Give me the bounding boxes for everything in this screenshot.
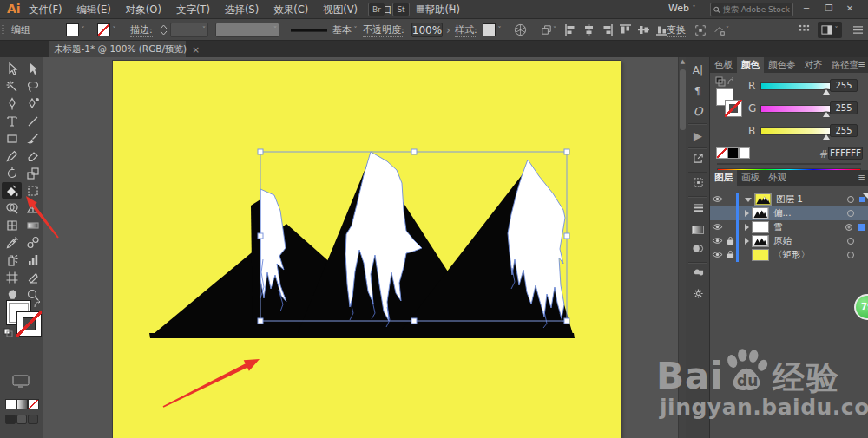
export-panel-icon[interactable] bbox=[686, 151, 710, 170]
layer-name[interactable]: 图层 1 bbox=[776, 193, 847, 206]
layer-row-offset[interactable]: 偏... bbox=[710, 206, 868, 220]
channel-b-slider[interactable] bbox=[760, 127, 833, 135]
channel-r-value[interactable]: 255 bbox=[830, 79, 858, 92]
pencil-tool[interactable] bbox=[2, 147, 22, 164]
pen-tool[interactable] bbox=[2, 95, 22, 112]
swap-colors-icon[interactable] bbox=[715, 76, 734, 87]
layer-name[interactable]: 原始 bbox=[773, 235, 847, 247]
black-swatch[interactable] bbox=[727, 147, 739, 159]
layer-thumbnail[interactable] bbox=[752, 235, 769, 247]
tab-align[interactable]: 对齐 bbox=[800, 57, 827, 73]
layers-panel-menu-icon[interactable]: ≡ bbox=[858, 172, 865, 182]
document-close-icon[interactable]: × bbox=[192, 44, 200, 55]
align-center-icon[interactable] bbox=[582, 23, 595, 36]
paint-none-button[interactable] bbox=[28, 399, 39, 409]
shape-options-icon[interactable]: ˅ bbox=[540, 19, 556, 41]
symbol-sprayer-tool[interactable] bbox=[2, 252, 22, 268]
expand-icon[interactable] bbox=[745, 224, 749, 231]
bridge-button[interactable]: Br bbox=[368, 3, 385, 16]
opentype-panel-icon[interactable]: O bbox=[686, 102, 710, 121]
lock-icon[interactable] bbox=[724, 250, 736, 261]
target-circle-icon[interactable] bbox=[847, 238, 854, 245]
actions-panel-icon[interactable]: ▶ bbox=[686, 127, 710, 146]
symbols-panel-icon[interactable] bbox=[686, 265, 710, 284]
selection-tool[interactable] bbox=[2, 61, 22, 77]
expand-icon[interactable] bbox=[745, 198, 752, 202]
stroke-color-swatch[interactable] bbox=[16, 311, 42, 337]
tab-layers[interactable]: 图层 bbox=[710, 170, 737, 186]
stroke-weight-stepper[interactable] bbox=[160, 19, 168, 41]
lock-icon[interactable] bbox=[724, 236, 736, 247]
graphic-styles-panel-icon[interactable] bbox=[686, 286, 710, 305]
transparency-panel-icon[interactable] bbox=[686, 241, 710, 260]
channel-b-value[interactable]: 255 bbox=[830, 124, 858, 137]
artboard-tool[interactable] bbox=[2, 269, 22, 285]
tab-appearance[interactable]: 外观 bbox=[764, 170, 791, 186]
draw-normal-mode-button[interactable] bbox=[5, 415, 16, 424]
style-label[interactable]: 样式: bbox=[455, 23, 477, 37]
panel-stroke-swatch[interactable] bbox=[725, 100, 742, 117]
isolate-selected-icon[interactable] bbox=[694, 19, 707, 41]
blend-tool[interactable] bbox=[23, 234, 43, 251]
none-swatch[interactable] bbox=[716, 147, 727, 159]
touch-workspace-icon[interactable] bbox=[799, 19, 810, 41]
draw-behind-mode-button[interactable] bbox=[16, 415, 27, 424]
stock-button[interactable]: St bbox=[392, 3, 410, 16]
app-logo[interactable]: Ai bbox=[7, 2, 21, 16]
slice-tool[interactable] bbox=[23, 269, 43, 285]
arrange-documents-icon[interactable]: ▦˅ bbox=[416, 3, 428, 14]
align-right-icon[interactable] bbox=[601, 23, 614, 36]
transform-panel-icon[interactable] bbox=[686, 175, 710, 194]
character-panel-icon[interactable]: A| bbox=[686, 61, 710, 80]
expand-icon[interactable] bbox=[745, 210, 749, 217]
magic-wand-tool[interactable] bbox=[2, 78, 22, 95]
live-paint-bucket-tool[interactable] bbox=[2, 182, 22, 199]
rotate-tool[interactable] bbox=[2, 165, 22, 181]
minimize-button[interactable]: ─ bbox=[797, 2, 816, 16]
stroke-panel-icon[interactable] bbox=[686, 199, 710, 219]
gpu-performance-icon[interactable]: 🖈 bbox=[446, 3, 456, 14]
screen-mode-button[interactable] bbox=[12, 375, 30, 390]
menu-file[interactable]: 文件(F) bbox=[29, 3, 62, 16]
stroke-weight-select[interactable]: ˅ bbox=[170, 23, 208, 37]
align-top-icon[interactable] bbox=[619, 23, 632, 36]
curvature-tool[interactable] bbox=[23, 95, 43, 112]
layer-row-rectangle[interactable]: 〈矩形〉 bbox=[710, 248, 868, 262]
adobe-stock-search[interactable]: 搜索 Adobe Stock bbox=[710, 3, 793, 16]
layer-name[interactable]: 雪 bbox=[773, 221, 845, 233]
eyedropper-tool[interactable] bbox=[2, 234, 22, 251]
column-graph-tool[interactable] bbox=[23, 252, 43, 268]
canvas-area[interactable]: ▲ bbox=[43, 57, 686, 438]
paint-gradient-button[interactable] bbox=[16, 399, 28, 409]
direct-selection-tool[interactable] bbox=[23, 61, 43, 77]
layer-row-snow[interactable]: 雪 bbox=[710, 220, 868, 234]
rectangle-tool[interactable] bbox=[2, 130, 22, 147]
visibility-eye-icon[interactable] bbox=[710, 236, 724, 246]
close-button[interactable]: ✕ bbox=[840, 2, 859, 16]
layer-thumbnail[interactable] bbox=[754, 193, 772, 206]
workspace-switcher[interactable]: Web ˅ bbox=[668, 3, 695, 14]
menu-edit[interactable]: 编辑(E) bbox=[77, 3, 111, 16]
restore-button[interactable]: ❐ bbox=[819, 2, 838, 16]
menu-select[interactable]: 选择(S) bbox=[225, 3, 259, 16]
stroke-color-picker[interactable]: ˅ bbox=[97, 19, 116, 41]
lasso-tool[interactable] bbox=[23, 78, 43, 95]
align-left-icon[interactable] bbox=[564, 23, 577, 36]
white-swatch[interactable] bbox=[739, 147, 750, 159]
mesh-tool[interactable] bbox=[2, 217, 22, 233]
expand-icon[interactable] bbox=[745, 238, 749, 245]
visibility-eye-icon[interactable] bbox=[710, 250, 724, 260]
style-picker[interactable]: ˅ bbox=[483, 19, 502, 41]
paint-color-button[interactable] bbox=[5, 399, 16, 409]
layer-thumbnail[interactable] bbox=[752, 221, 769, 233]
type-tool[interactable] bbox=[2, 113, 22, 129]
visibility-eye-icon[interactable] bbox=[710, 222, 724, 232]
target-circle-icon[interactable] bbox=[847, 252, 854, 258]
default-fill-stroke-icon[interactable] bbox=[3, 328, 13, 340]
document-tab[interactable]: 未标题-1* @ 100% (RGB/预览) × bbox=[49, 41, 186, 57]
eraser-tool[interactable] bbox=[23, 147, 43, 164]
scroll-up-icon[interactable]: ▲ bbox=[679, 58, 686, 65]
target-circle-icon[interactable] bbox=[847, 196, 854, 203]
menu-view[interactable]: 视图(V) bbox=[323, 3, 358, 16]
swap-fill-stroke-icon[interactable] bbox=[33, 299, 42, 311]
